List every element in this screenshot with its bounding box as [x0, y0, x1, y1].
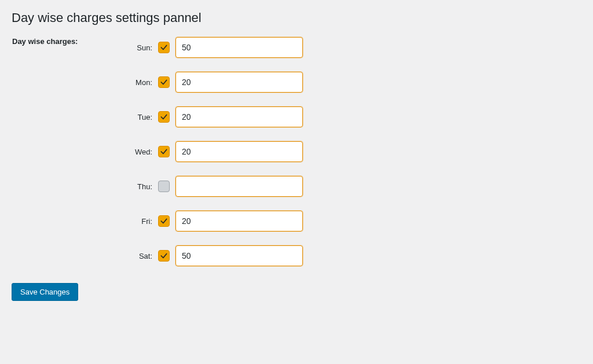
day-label-sat: Sat:	[129, 252, 152, 260]
day-row-mon: Mon:	[129, 71, 303, 94]
day-label-thu: Thu:	[129, 182, 152, 191]
checkbox-wed[interactable]	[158, 146, 170, 157]
check-icon	[160, 252, 168, 260]
amount-input-tue[interactable]	[175, 106, 303, 127]
day-row-sun: Sun:	[129, 36, 303, 59]
checkbox-tue[interactable]	[158, 111, 170, 123]
checkbox-sun[interactable]	[158, 42, 170, 53]
amount-input-fri[interactable]	[175, 211, 303, 231]
day-label-tue: Tue:	[129, 113, 152, 122]
day-row-fri: Fri:	[129, 209, 303, 233]
checkbox-thu[interactable]	[158, 181, 170, 192]
checkbox-fri[interactable]	[158, 215, 170, 227]
day-row-tue: Tue:	[129, 105, 303, 128]
check-icon	[160, 217, 168, 225]
check-icon	[160, 43, 168, 52]
section-label: Day wise charges:	[12, 37, 78, 46]
amount-input-sun[interactable]	[175, 37, 303, 58]
amount-input-thu[interactable]	[175, 176, 303, 197]
day-label-mon: Mon:	[129, 78, 152, 87]
day-label-sun: Sun:	[129, 43, 152, 52]
check-icon	[160, 148, 168, 156]
checkbox-mon[interactable]	[158, 76, 170, 88]
checkbox-sat[interactable]	[158, 250, 170, 262]
day-row-sat: Sat:	[129, 244, 303, 267]
save-button[interactable]: Save Changes	[12, 283, 78, 301]
check-icon	[160, 113, 168, 121]
page-title: Day wise charges settings pannel	[12, 10, 581, 25]
amount-input-mon[interactable]	[175, 72, 303, 93]
check-icon	[160, 78, 168, 86]
amount-input-wed[interactable]	[175, 141, 303, 162]
day-row-wed: Wed:	[129, 140, 303, 163]
amount-input-sat[interactable]	[175, 245, 303, 266]
day-label-fri: Fri:	[129, 217, 152, 226]
day-label-wed: Wed:	[129, 148, 152, 156]
day-row-thu: Thu:	[129, 175, 303, 198]
